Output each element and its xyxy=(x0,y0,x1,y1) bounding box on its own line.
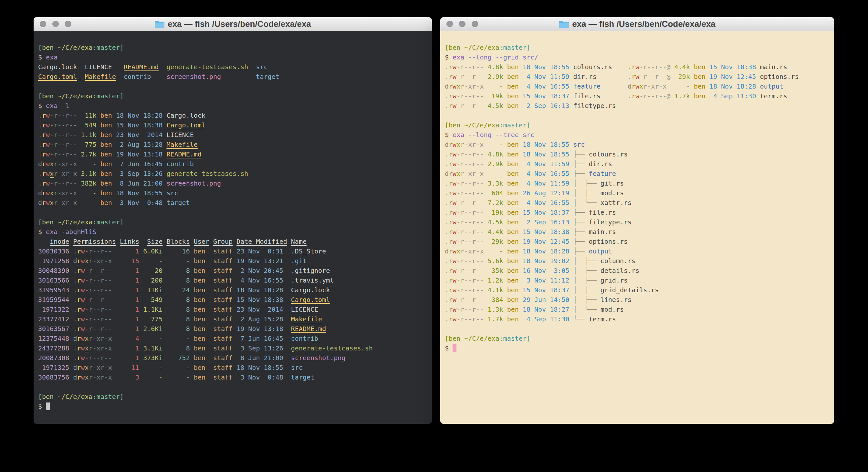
text-segment: details.rs xyxy=(600,267,639,274)
text-segment: 1.3k xyxy=(488,305,503,313)
text-segment xyxy=(112,257,120,265)
text-segment: ben xyxy=(194,354,206,362)
text-segment: filetype.rs xyxy=(573,102,616,110)
text-segment xyxy=(112,334,120,342)
text-segment: Cargo.toml xyxy=(38,73,77,81)
left-titlebar[interactable]: exa — fish /Users/ben/Code/exa/exa xyxy=(34,17,432,31)
text-segment: r xyxy=(449,238,453,245)
text-segment: 604 xyxy=(488,189,503,197)
text-segment xyxy=(232,315,237,323)
text-segment: [ben ~/C/e/exa xyxy=(445,334,499,342)
text-segment xyxy=(112,354,120,362)
text-segment: -r--r-- xyxy=(85,286,112,294)
text-segment xyxy=(190,267,194,274)
text-segment xyxy=(503,315,507,323)
text-segment: LICENCE xyxy=(85,63,112,71)
text-segment: -r--r-- xyxy=(457,92,484,100)
text-segment: -r--r-- xyxy=(457,73,484,81)
text-segment xyxy=(503,228,507,236)
right-titlebar[interactable]: exa — fish /Users/ben/Code/exa/exa xyxy=(440,17,834,31)
terminal-line: $ exa -l xyxy=(38,101,427,111)
terminal-line: $ exa --long --tree src xyxy=(445,130,830,140)
text-segment: . xyxy=(38,179,42,187)
text-segment: r xyxy=(77,315,81,323)
text-segment: README.md xyxy=(124,63,159,71)
text-segment xyxy=(97,121,100,129)
text-segment: . xyxy=(445,73,449,81)
terminal-line: .rw-r--r-- 775 ben 2 Aug 15:28 Makefile xyxy=(38,140,427,149)
terminal-line: [ben ~/C/e/exa:master] xyxy=(38,217,427,227)
text-segment: 1 xyxy=(120,286,139,294)
left-terminal-output[interactable]: [ben ~/C/e/exa:master]$ exaCargo.lock LI… xyxy=(34,31,432,424)
text-segment xyxy=(77,179,81,187)
text-segment: w xyxy=(453,102,457,110)
text-segment: src xyxy=(573,141,585,148)
text-segment: w xyxy=(453,238,457,245)
terminal-line: 1971258 drwxr-xr-x 15 - - ben staff 19 N… xyxy=(38,256,427,266)
text-segment xyxy=(162,141,166,148)
text-segment xyxy=(97,199,100,207)
text-segment: :master] xyxy=(93,92,124,100)
text-segment: - xyxy=(143,334,162,342)
text-segment xyxy=(706,63,709,71)
text-segment xyxy=(569,160,573,168)
text-segment xyxy=(77,112,81,119)
text-segment: w xyxy=(453,247,457,255)
text-segment: d xyxy=(445,247,449,255)
text-segment xyxy=(569,141,573,148)
terminal-line xyxy=(38,82,427,91)
text-segment xyxy=(569,257,573,265)
text-segment: x xyxy=(457,170,460,177)
text-segment: -r--r-- xyxy=(50,141,77,148)
text-segment xyxy=(112,160,116,168)
text-segment: 1971322 xyxy=(38,305,69,313)
text-segment: w xyxy=(46,179,50,187)
text-segment: w xyxy=(453,160,457,168)
text-segment xyxy=(503,141,507,148)
text-segment: 2.6Ki xyxy=(143,325,162,333)
text-segment: r xyxy=(449,257,453,265)
text-segment xyxy=(569,296,573,303)
text-segment: r xyxy=(631,63,636,71)
text-segment xyxy=(484,160,488,168)
right-terminal-output[interactable]: [ben ~/C/e/exa:master]$ exa --long --gri… xyxy=(440,31,834,424)
text-segment xyxy=(69,276,73,284)
text-segment xyxy=(503,102,507,110)
text-segment xyxy=(206,267,213,274)
text-segment xyxy=(569,199,573,207)
text-segment: src/ xyxy=(523,53,538,61)
text-segment: 19 Nov 13:18 xyxy=(116,150,163,158)
text-segment xyxy=(190,247,194,255)
text-segment: 5.6k xyxy=(488,257,503,265)
text-segment xyxy=(569,102,573,110)
text-segment: w xyxy=(453,276,457,284)
text-segment xyxy=(58,228,61,236)
text-segment xyxy=(756,83,760,90)
text-segment: 19k xyxy=(488,208,503,216)
text-segment: r xyxy=(77,325,81,333)
text-segment xyxy=(484,189,488,197)
text-segment: LICENCE xyxy=(291,305,318,313)
text-segment: src xyxy=(291,364,303,372)
text-segment: contrib xyxy=(124,73,151,81)
text-segment: 15 Nov 18:38 xyxy=(237,296,283,303)
text-segment: ben xyxy=(194,296,206,303)
text-segment xyxy=(464,53,468,61)
text-segment xyxy=(612,63,628,71)
text-segment xyxy=(503,238,507,245)
text-segment xyxy=(77,199,81,207)
text-segment xyxy=(97,160,100,168)
text-segment: ├── xyxy=(573,228,589,236)
terminal-line xyxy=(445,324,830,334)
text-segment: 1.2k xyxy=(488,276,503,284)
text-segment: r xyxy=(449,218,453,226)
text-segment: w xyxy=(46,150,50,158)
text-segment xyxy=(206,305,213,313)
text-segment: r xyxy=(77,286,81,294)
text-segment: :master] xyxy=(93,393,124,401)
text-segment: term.rs xyxy=(589,315,616,323)
text-segment: . xyxy=(445,286,449,294)
text-segment: w xyxy=(46,112,50,119)
text-segment: 4 Nov 16:55 xyxy=(523,83,569,90)
text-segment: ben xyxy=(194,325,206,333)
